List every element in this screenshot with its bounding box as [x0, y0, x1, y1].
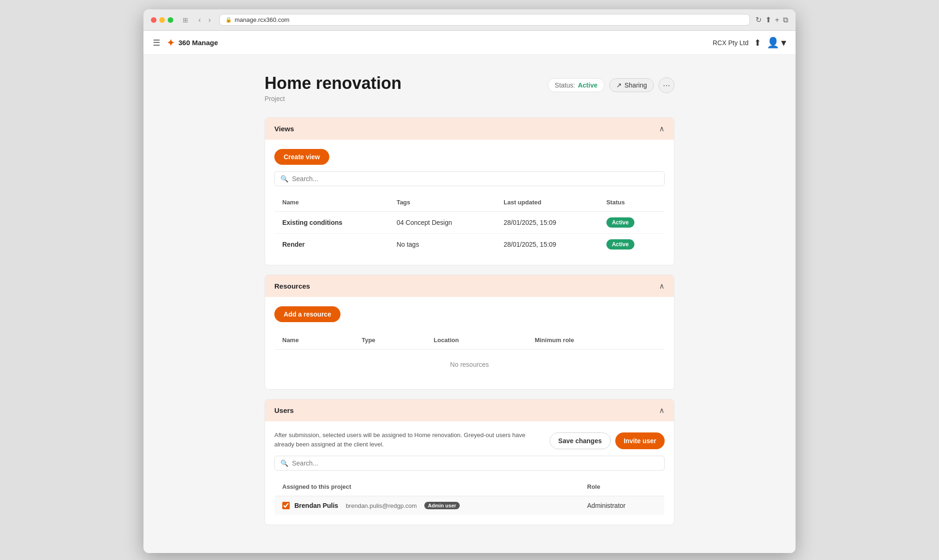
- views-search-box: 🔍: [274, 171, 665, 186]
- views-section-body: Create view 🔍 Name Tags Last updated Sta…: [265, 140, 674, 265]
- project-title-section: Home renovation Project: [265, 74, 401, 102]
- resources-section: Resources ∧ Add a resource Name Type Loc…: [265, 275, 674, 390]
- reload-button[interactable]: ↻: [755, 15, 762, 24]
- sharing-label: Sharing: [625, 81, 647, 89]
- status-value: Active: [578, 81, 598, 89]
- status-badge: Status: Active: [548, 78, 605, 92]
- users-table-header-row: Assigned to this project Role: [275, 478, 665, 496]
- resources-col-role: Minimum role: [527, 331, 665, 350]
- users-col-assigned: Assigned to this project: [275, 478, 580, 496]
- avatar-chevron: ▾: [781, 37, 786, 49]
- resources-section-header[interactable]: Resources ∧: [265, 275, 674, 297]
- users-title: Users: [274, 406, 294, 414]
- split-view-button[interactable]: ⧉: [783, 15, 788, 24]
- save-changes-button[interactable]: Save changes: [550, 432, 611, 449]
- views-col-updated: Last updated: [496, 193, 599, 212]
- back-button[interactable]: ‹: [196, 15, 204, 25]
- avatar-button[interactable]: 👤 ▾: [767, 37, 786, 49]
- users-search-input[interactable]: [292, 459, 659, 467]
- project-subtitle: Project: [265, 95, 401, 102]
- more-button[interactable]: ⋯: [659, 77, 674, 93]
- address-bar[interactable]: 🔒 manage.rcx360.com: [219, 14, 750, 26]
- user-checkbox[interactable]: [282, 502, 290, 509]
- view-tags: 04 Concept Design: [389, 212, 496, 234]
- views-search-icon: 🔍: [280, 175, 288, 182]
- url-text: manage.rcx360.com: [235, 16, 290, 23]
- sharing-icon: ↗: [616, 81, 622, 89]
- user-name: Brendan Pulis: [294, 502, 338, 509]
- resources-chevron-icon: ∧: [659, 282, 665, 290]
- company-name: RCX Pty Ltd: [713, 39, 748, 47]
- users-info-text: After submission, selected users will be…: [274, 431, 540, 449]
- browser-nav: ‹ ›: [196, 15, 214, 25]
- views-title: Views: [274, 125, 294, 133]
- minimize-button[interactable]: [159, 17, 165, 23]
- resources-empty-row: No resources: [275, 350, 665, 380]
- project-actions: Status: Active ↗ Sharing ⋯: [548, 77, 674, 93]
- view-tags: No tags: [389, 234, 496, 256]
- table-row: Existing conditions 04 Concept Design 28…: [275, 212, 665, 234]
- tab-layout-button[interactable]: ⊞: [181, 15, 190, 25]
- navbar-left: ☰ ✦ 360 Manage: [153, 37, 218, 48]
- users-col-role: Role: [580, 478, 665, 496]
- users-search-icon: 🔍: [280, 459, 288, 467]
- view-status: Active: [599, 212, 665, 234]
- browser-window: ⊞ ‹ › 🔒 manage.rcx360.com ↻ ⬆ + ⧉ ☰ ✦ 36…: [143, 9, 796, 553]
- brand: ✦ 360 Manage: [167, 37, 218, 48]
- project-title: Home renovation: [265, 74, 401, 93]
- create-view-button[interactable]: Create view: [274, 149, 329, 165]
- view-name: Existing conditions: [275, 212, 389, 234]
- traffic-lights: [151, 17, 173, 23]
- hamburger-icon[interactable]: ☰: [153, 38, 160, 48]
- views-table-header-row: Name Tags Last updated Status: [275, 193, 665, 212]
- browser-controls: ⊞: [181, 15, 190, 25]
- users-section-header[interactable]: Users ∧: [265, 399, 674, 421]
- view-updated: 28/01/2025, 15:09: [496, 212, 599, 234]
- users-chevron-icon: ∧: [659, 406, 665, 415]
- sharing-button[interactable]: ↗ Sharing: [609, 78, 654, 92]
- project-header: Home renovation Project Status: Active ↗…: [265, 74, 674, 102]
- share-button[interactable]: ⬆: [765, 15, 771, 24]
- add-resource-button[interactable]: Add a resource: [274, 306, 340, 322]
- views-col-status: Status: [599, 193, 665, 212]
- brand-icon: ✦: [167, 37, 175, 48]
- user-role: Administrator: [580, 496, 665, 515]
- views-col-tags: Tags: [389, 193, 496, 212]
- browser-actions: ↻ ⬆ + ⧉: [755, 15, 788, 24]
- views-col-name: Name: [275, 193, 389, 212]
- brand-name: 360 Manage: [178, 39, 218, 47]
- lock-icon: 🔒: [225, 17, 232, 23]
- maximize-button[interactable]: [168, 17, 173, 23]
- views-table: Name Tags Last updated Status Existing c…: [274, 193, 665, 256]
- table-row: Brendan Pulis brendan.pulis@redgp.com Ad…: [275, 496, 665, 515]
- resources-table: Name Type Location Minimum role No resou…: [274, 331, 665, 380]
- views-chevron-icon: ∧: [659, 124, 665, 133]
- users-table: Assigned to this project Role Brendan Pu…: [274, 477, 665, 515]
- views-section: Views ∧ Create view 🔍 Name Tags Last upd…: [265, 117, 674, 265]
- resources-col-location: Location: [426, 331, 527, 350]
- app-navbar: ☰ ✦ 360 Manage RCX Pty Ltd ⬆ 👤 ▾: [143, 31, 796, 55]
- users-section-body: After submission, selected users will be…: [265, 421, 674, 525]
- upload-button[interactable]: ⬆: [754, 38, 761, 48]
- invite-user-button[interactable]: Invite user: [615, 432, 665, 449]
- resources-section-body: Add a resource Name Type Location Minimu…: [265, 297, 674, 389]
- admin-badge: Admin user: [424, 502, 460, 509]
- users-section: Users ∧ After submission, selected users…: [265, 399, 674, 525]
- close-button[interactable]: [151, 17, 156, 23]
- view-name: Render: [275, 234, 389, 256]
- resources-table-header-row: Name Type Location Minimum role: [275, 331, 665, 350]
- resources-col-name: Name: [275, 331, 354, 350]
- users-search-box: 🔍: [274, 456, 665, 471]
- view-status: Active: [599, 234, 665, 256]
- avatar-icon: 👤: [767, 37, 779, 49]
- browser-titlebar: ⊞ ‹ › 🔒 manage.rcx360.com ↻ ⬆ + ⧉: [143, 9, 796, 31]
- views-search-input[interactable]: [292, 175, 659, 182]
- user-name-cell: Brendan Pulis brendan.pulis@redgp.com Ad…: [275, 496, 580, 515]
- forward-button[interactable]: ›: [205, 15, 213, 25]
- table-row: Render No tags 28/01/2025, 15:09 Active: [275, 234, 665, 256]
- view-updated: 28/01/2025, 15:09: [496, 234, 599, 256]
- views-section-header[interactable]: Views ∧: [265, 118, 674, 140]
- user-email: brendan.pulis@redgp.com: [346, 502, 417, 509]
- main-content: Home renovation Project Status: Active ↗…: [143, 55, 796, 553]
- new-tab-button[interactable]: +: [775, 15, 779, 24]
